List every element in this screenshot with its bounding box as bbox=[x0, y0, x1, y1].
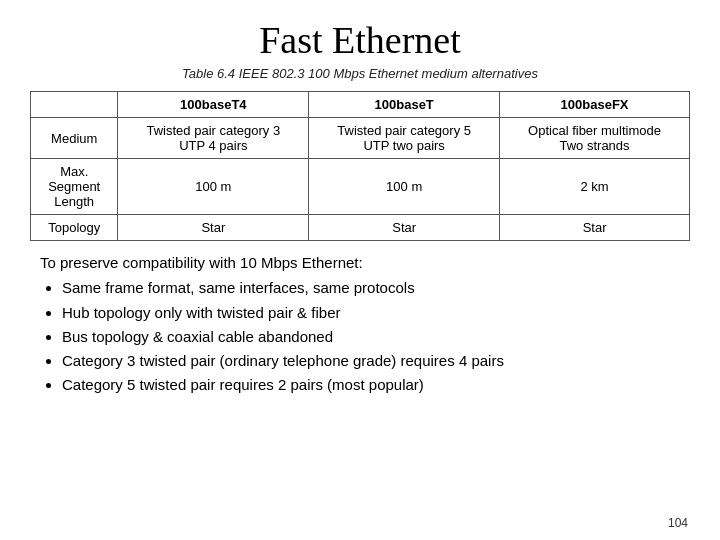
bullet-item-2: Hub topology only with twisted pair & fi… bbox=[62, 301, 690, 324]
row-label-medium: Medium bbox=[31, 118, 118, 159]
row-label-segment: Max.SegmentLength bbox=[31, 159, 118, 215]
table-row-medium: Medium Twisted pair category 3UTP 4 pair… bbox=[31, 118, 690, 159]
cell-segment-100baseT: 100 m bbox=[309, 159, 500, 215]
cell-topology-100baseT: Star bbox=[309, 215, 500, 241]
cell-segment-100baseT4: 100 m bbox=[118, 159, 309, 215]
intro-line: To preserve compatibility with 10 Mbps E… bbox=[40, 251, 690, 274]
page-number: 104 bbox=[668, 516, 688, 530]
col-header-100baseT: 100baseT bbox=[309, 92, 500, 118]
row-label-topology: Topology bbox=[31, 215, 118, 241]
col-header-100baseT4: 100baseT4 bbox=[118, 92, 309, 118]
bullet-item-4: Category 3 twisted pair (ordinary teleph… bbox=[62, 349, 690, 372]
table-row-topology: Topology Star Star Star bbox=[31, 215, 690, 241]
bullet-section: To preserve compatibility with 10 Mbps E… bbox=[40, 251, 690, 397]
bullet-item-3: Bus topology & coaxial cable abandoned bbox=[62, 325, 690, 348]
cell-segment-100baseFX: 2 km bbox=[500, 159, 690, 215]
cell-topology-100baseT4: Star bbox=[118, 215, 309, 241]
cell-medium-100baseFX: Optical fiber multimodeTwo strands bbox=[500, 118, 690, 159]
cell-medium-100baseT4: Twisted pair category 3UTP 4 pairs bbox=[118, 118, 309, 159]
col-header-empty bbox=[31, 92, 118, 118]
table-subtitle: Table 6.4 IEEE 802.3 100 Mbps Ethernet m… bbox=[30, 66, 690, 81]
bullet-item-5: Category 5 twisted pair requires 2 pairs… bbox=[62, 373, 690, 396]
ethernet-table: 100baseT4 100baseT 100baseFX Medium Twis… bbox=[30, 91, 690, 241]
bullet-item-1: Same frame format, same interfaces, same… bbox=[62, 276, 690, 299]
bullet-list: Same frame format, same interfaces, same… bbox=[62, 276, 690, 396]
table-row-segment: Max.SegmentLength 100 m 100 m 2 km bbox=[31, 159, 690, 215]
col-header-100baseFX: 100baseFX bbox=[500, 92, 690, 118]
cell-medium-100baseT: Twisted pair category 5UTP two pairs bbox=[309, 118, 500, 159]
page-title: Fast Ethernet bbox=[30, 18, 690, 62]
cell-topology-100baseFX: Star bbox=[500, 215, 690, 241]
